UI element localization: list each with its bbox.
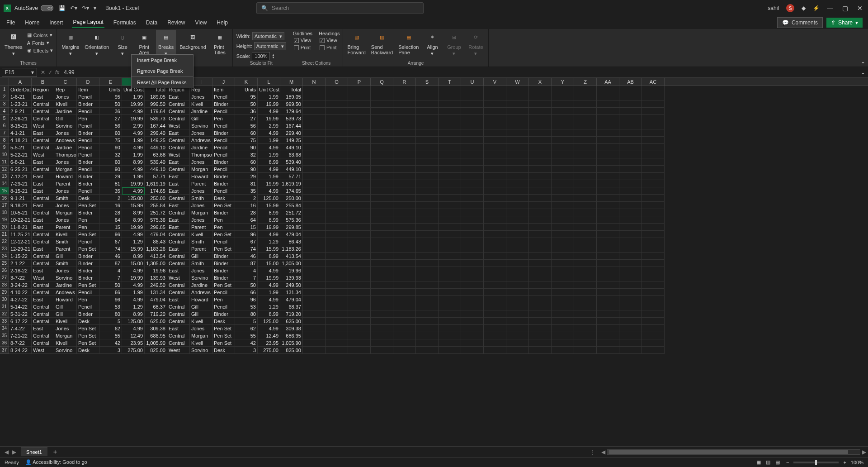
- cell[interactable]: 8.99: [258, 158, 280, 166]
- cell[interactable]: 8.99: [122, 310, 145, 318]
- cell[interactable]: [619, 209, 642, 216]
- zoom-in-icon[interactable]: +: [843, 460, 846, 465]
- cell[interactable]: [416, 202, 439, 209]
- col-header[interactable]: R: [393, 78, 416, 86]
- cell[interactable]: [371, 224, 393, 231]
- cell[interactable]: [303, 158, 326, 166]
- cell[interactable]: [642, 303, 665, 310]
- cell[interactable]: [416, 144, 439, 151]
- cell[interactable]: Central: [32, 281, 54, 289]
- cell[interactable]: 8-24-22: [9, 347, 32, 354]
- cell[interactable]: [619, 129, 642, 137]
- cell[interactable]: [439, 93, 461, 100]
- cell[interactable]: [529, 216, 552, 224]
- cell[interactable]: Central: [167, 289, 190, 296]
- cell[interactable]: [416, 151, 439, 158]
- cell[interactable]: 4: [235, 267, 258, 274]
- cell[interactable]: Binder: [212, 100, 235, 108]
- cell[interactable]: 2-18-22: [9, 267, 32, 274]
- cell[interactable]: 1-6-21: [9, 93, 32, 100]
- name-box[interactable]: F15▾: [2, 68, 37, 77]
- cell[interactable]: Pencil: [77, 144, 99, 151]
- cell[interactable]: [552, 260, 574, 267]
- cell[interactable]: Jones: [190, 93, 212, 100]
- chevron-down-icon[interactable]: ▾: [31, 69, 34, 76]
- cell[interactable]: Jones: [54, 187, 77, 195]
- cell[interactable]: [393, 260, 416, 267]
- cell[interactable]: Central: [32, 339, 54, 347]
- cell[interactable]: 249.50: [280, 281, 303, 289]
- cell[interactable]: [348, 238, 371, 245]
- cell[interactable]: [303, 325, 326, 332]
- cell[interactable]: [597, 289, 619, 296]
- cell[interactable]: [326, 86, 348, 93]
- cell[interactable]: 309.38: [145, 325, 167, 332]
- cell[interactable]: [597, 202, 619, 209]
- cell[interactable]: [619, 202, 642, 209]
- cell[interactable]: East: [167, 202, 190, 209]
- cell[interactable]: 63.68: [145, 151, 167, 158]
- cell[interactable]: Central: [32, 108, 54, 115]
- cell[interactable]: [461, 339, 484, 347]
- cell[interactable]: [574, 209, 597, 216]
- row-header[interactable]: 2: [0, 93, 9, 100]
- cell[interactable]: [574, 115, 597, 122]
- cell[interactable]: Unit Cost: [258, 86, 280, 93]
- cell[interactable]: [529, 253, 552, 260]
- cell[interactable]: Central: [167, 100, 190, 108]
- row-header[interactable]: 17: [0, 202, 9, 209]
- cell[interactable]: [371, 144, 393, 151]
- cell[interactable]: 15.99: [122, 245, 145, 253]
- col-header[interactable]: T: [439, 78, 461, 86]
- cell[interactable]: [506, 151, 529, 158]
- cell[interactable]: Jones: [54, 129, 77, 137]
- cell[interactable]: 15.00: [122, 260, 145, 267]
- cell[interactable]: Pen: [212, 224, 235, 231]
- cell[interactable]: [326, 216, 348, 224]
- cell[interactable]: [552, 253, 574, 260]
- cell[interactable]: Binder: [212, 209, 235, 216]
- cell[interactable]: [597, 166, 619, 173]
- cell[interactable]: [484, 325, 506, 332]
- cell[interactable]: [416, 180, 439, 187]
- cell[interactable]: [619, 93, 642, 100]
- cell[interactable]: [529, 180, 552, 187]
- cell[interactable]: Item: [77, 86, 99, 93]
- cell[interactable]: Pen: [212, 115, 235, 122]
- cell[interactable]: 35: [235, 187, 258, 195]
- cell[interactable]: [461, 100, 484, 108]
- row-header[interactable]: 35: [0, 332, 9, 339]
- cell[interactable]: [371, 180, 393, 187]
- cell[interactable]: Pen Set: [212, 332, 235, 339]
- cell[interactable]: Gill: [190, 303, 212, 310]
- cell[interactable]: 625.00: [145, 318, 167, 325]
- cell[interactable]: Pen: [77, 115, 99, 122]
- cell[interactable]: 4.99: [122, 267, 145, 274]
- cell[interactable]: 96: [235, 231, 258, 238]
- cell[interactable]: Pencil: [212, 151, 235, 158]
- cell[interactable]: Central: [167, 137, 190, 144]
- cell[interactable]: [393, 224, 416, 231]
- cell[interactable]: [326, 281, 348, 289]
- cell[interactable]: Total: [280, 86, 303, 93]
- cell[interactable]: 19.99: [258, 100, 280, 108]
- cell[interactable]: [574, 166, 597, 173]
- cell[interactable]: 7-12-21: [9, 173, 32, 180]
- cell[interactable]: [506, 332, 529, 339]
- cell[interactable]: [348, 267, 371, 274]
- cell[interactable]: East: [167, 216, 190, 224]
- cell[interactable]: [348, 122, 371, 129]
- cell[interactable]: Morgan: [190, 166, 212, 173]
- cell[interactable]: [348, 224, 371, 231]
- cell[interactable]: [506, 310, 529, 318]
- cell[interactable]: 11-8-21: [9, 224, 32, 231]
- cell[interactable]: [506, 325, 529, 332]
- size-button[interactable]: ▯Size▾: [113, 30, 132, 57]
- cell[interactable]: [484, 187, 506, 195]
- cell[interactable]: [529, 108, 552, 115]
- cell[interactable]: [619, 253, 642, 260]
- cell[interactable]: 95: [235, 93, 258, 100]
- cell[interactable]: [439, 303, 461, 310]
- cell[interactable]: 28: [99, 209, 122, 216]
- cell[interactable]: 2.99: [258, 122, 280, 129]
